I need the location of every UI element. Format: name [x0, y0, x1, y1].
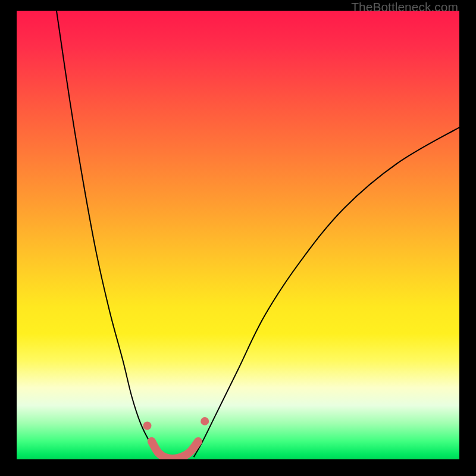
- watermark-text: TheBottleneck.com: [351, 0, 458, 14]
- series-right-curve: [194, 127, 459, 457]
- marker-1: [201, 417, 209, 425]
- plot-area: [17, 11, 459, 459]
- series-left-curve: [57, 11, 163, 457]
- marker-0: [143, 421, 151, 430]
- chart-svg: [17, 11, 459, 459]
- chart-container: TheBottleneck.com: [0, 0, 476, 476]
- series-bottom-highlight: [152, 441, 198, 459]
